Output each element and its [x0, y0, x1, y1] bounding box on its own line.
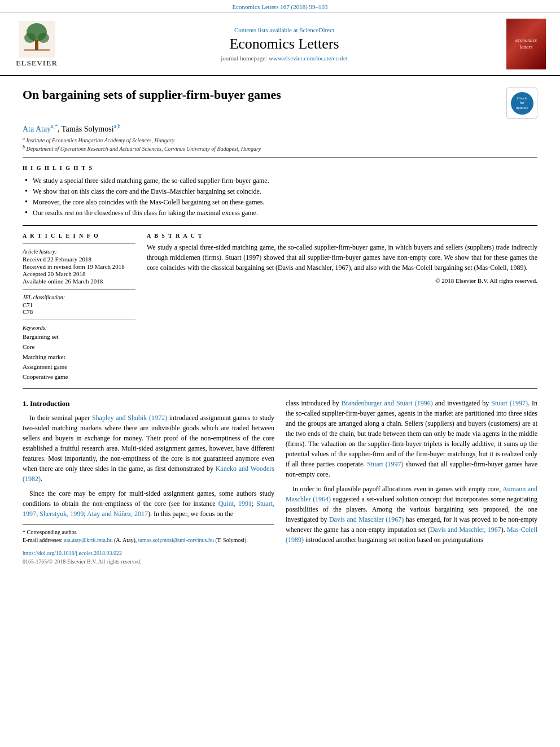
svg-point-4	[38, 33, 49, 43]
keywords-label: Keywords:	[23, 325, 135, 331]
divider-2	[23, 225, 537, 226]
keyword-1: Bargaining set	[23, 332, 135, 342]
intro-para2: Since the core may be empty for multi-si…	[23, 488, 274, 519]
highlights-label: H I G H L I G H T S	[23, 165, 537, 171]
keywords-section: Keywords: Bargaining set Core Matching m…	[23, 325, 135, 382]
footnote-section: * Corresponding author. E-mail addresses…	[23, 525, 274, 544]
copyright-text: © 2018 Elsevier B.V. All rights reserved…	[147, 277, 537, 284]
quint-link[interactable]: Quint, 1991	[218, 500, 252, 508]
kaneko-link[interactable]: Kaneko and Wooders (1982)	[23, 465, 274, 483]
journal-homepage: journal homepage: www.elsevier.com/locat…	[68, 55, 501, 62]
svg-rect-5	[24, 49, 50, 51]
abstract-text: We study a special three-sided matching …	[147, 242, 537, 273]
check-for-updates-badge: Checkforupdates	[506, 88, 537, 119]
issn-text: 0165-1765/© 2018 Elsevier B.V. All right…	[23, 557, 274, 566]
highlight-item: Moreover, the core also coincides with t…	[23, 197, 537, 208]
info-divider	[23, 243, 135, 244]
info-divider-2	[23, 289, 135, 290]
intro-heading: 1. Introduction	[23, 398, 274, 409]
jel-label: JEL classification:	[23, 294, 135, 300]
journal-title: Economics Letters	[68, 36, 501, 53]
highlight-item: We study a special three-sided matching …	[23, 176, 537, 186]
info-divider-3	[23, 320, 135, 320]
atay-link[interactable]: Atay and Núñez, 2017	[87, 510, 148, 518]
body-columns: 1. Introduction In their seminal paper S…	[23, 398, 537, 566]
doi-link[interactable]: https://doi.org/10.1016/j.ecolet.2018.03…	[23, 549, 274, 557]
elsevier-logo: ELSEVIER	[11, 21, 62, 68]
check-circle-icon: Checkforupdates	[511, 92, 533, 115]
email1-link[interactable]: ata.atay@krtk.mta.hu	[64, 537, 112, 543]
keyword-2: Core	[23, 342, 135, 352]
corresponding-note: * Corresponding author.	[23, 528, 274, 536]
email-note: E-mail addresses: ata.atay@krtk.mta.hu (…	[23, 536, 274, 544]
cover-image: economics letters	[506, 19, 546, 69]
info-abstract-cols: A R T I C L E I N F O Article history: R…	[23, 233, 537, 382]
svg-point-3	[24, 33, 36, 43]
journal-header: ELSEVIER Contents lists available at Sci…	[0, 13, 560, 76]
keyword-5: Cooperative game	[23, 372, 135, 382]
body-left-col: 1. Introduction In their seminal paper S…	[23, 398, 274, 566]
keyword-4: Assignment game	[23, 362, 135, 372]
divider-3	[23, 388, 537, 389]
abstract-col: A B S T R A C T We study a special three…	[147, 233, 537, 382]
article-title-section: On bargaining sets of supplier-firm-buye…	[23, 88, 537, 119]
stuart2-link[interactable]: Stuart (1997)	[491, 399, 528, 407]
elsevier-label: ELSEVIER	[16, 59, 58, 68]
jel-code-1: C71	[23, 302, 135, 308]
accepted-date: Accepted 20 March 2018	[23, 270, 135, 277]
intro-para1: In their seminal paper Shapley and Shubi…	[23, 413, 274, 484]
doi-anchor[interactable]: https://doi.org/10.1016/j.ecolet.2018.03…	[23, 550, 122, 556]
sciencedirect-anchor[interactable]: ScienceDirect	[299, 27, 334, 33]
history-label: Article history:	[23, 248, 135, 255]
cover-label: economics letters	[510, 37, 542, 50]
elsevier-tree-icon	[19, 21, 55, 58]
article-content: On bargaining sets of supplier-firm-buye…	[0, 76, 560, 577]
svg-rect-2	[35, 40, 38, 50]
article-title: On bargaining sets of supplier-firm-buye…	[23, 88, 498, 102]
page: Economics Letters 167 (2018) 99–103 ELSE…	[0, 0, 560, 747]
davis-link[interactable]: Davis and Maschler (1967)	[329, 516, 404, 523]
article-info-col: A R T I C L E I N F O Article history: R…	[23, 233, 135, 382]
affil-a: a Institute of Economics Hungarian Acade…	[23, 136, 537, 143]
right-para1: class introduced by Brandenburger and St…	[286, 398, 537, 479]
right-para2: In order to find plausible payoff alloca…	[286, 484, 537, 545]
journal-center: Contents lists available at ScienceDirec…	[68, 27, 501, 62]
divider-1	[23, 158, 537, 158]
jel-code-2: C78	[23, 308, 135, 315]
body-right-col: class introduced by Brandenburger and St…	[286, 398, 537, 566]
highlights-list: We study a special three-sided matching …	[23, 176, 537, 219]
affil-b: b Department of Operations Research and …	[23, 145, 537, 152]
available-date: Available online 26 March 2018	[23, 278, 135, 285]
email2-link[interactable]: tamas.solymosi@uni-corvinus.hu	[138, 537, 214, 543]
shapley-link[interactable]: Shapley and Shubik (1972)	[92, 414, 167, 422]
davis2-link[interactable]: Davis and Maschler, 1967	[430, 526, 501, 534]
stuart3-link[interactable]: Stuart (1997)	[367, 460, 404, 468]
jel-section: JEL classification: C71 C78	[23, 294, 135, 315]
journal-cover: economics letters	[506, 19, 549, 69]
sciencedirect-link: Contents lists available at ScienceDirec…	[68, 27, 501, 33]
article-info-label: A R T I C L E I N F O	[23, 233, 135, 239]
highlights-section: H I G H L I G H T S We study a special t…	[23, 165, 537, 219]
aumann-link[interactable]: Aumann and Maschler (1964)	[286, 485, 537, 503]
keyword-3: Matching market	[23, 352, 135, 362]
highlight-item: Our results rest on the closedness of th…	[23, 208, 537, 219]
authors-line: Ata Ataya,*, Tamás Solymosia,b	[23, 123, 537, 134]
journal-citation: Economics Letters 167 (2018) 99–103	[0, 0, 560, 13]
revised-date: Received in revised form 19 March 2018	[23, 263, 135, 270]
author1-link[interactable]: Ata Atay	[23, 125, 51, 133]
received-date: Received 22 February 2018	[23, 256, 135, 263]
abstract-label: A B S T R A C T	[147, 233, 537, 239]
homepage-url[interactable]: www.elsevier.com/locate/ecolet	[269, 55, 348, 62]
highlight-item: We show that on this class the core and …	[23, 186, 537, 197]
sherstyuk-link[interactable]: Sherstyuk, 1999	[40, 510, 84, 518]
brandenburger-link[interactable]: Brandenburger and Stuart (1996)	[342, 399, 433, 407]
